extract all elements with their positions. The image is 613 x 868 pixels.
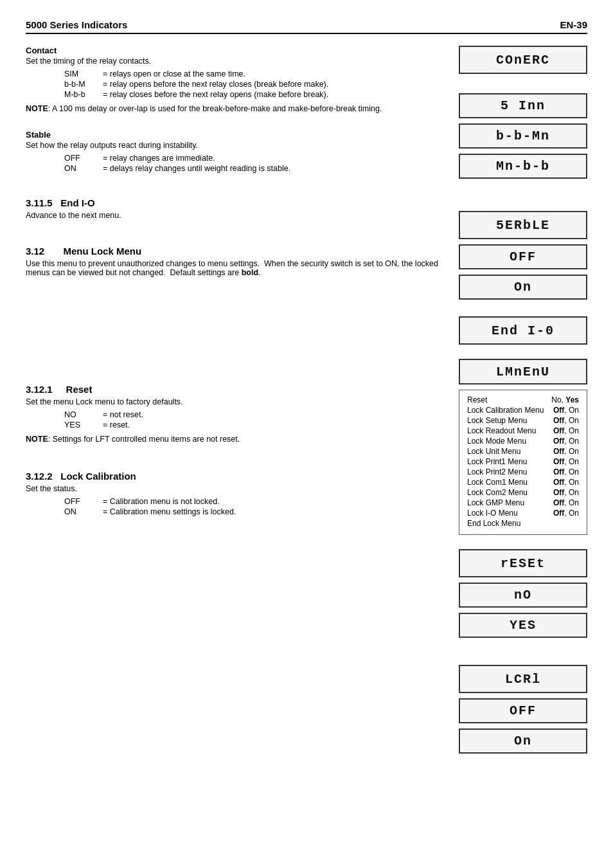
lcd-mbb: Mn-b-b [459,154,587,179]
menu-lock-table: Reset No, Yes Lock Calibration Menu Off,… [459,390,587,535]
menu-label-lockmode: Lock Mode Menu [467,437,553,446]
lcd-stable: 5ERbLE [459,211,587,239]
menu-row-lockio: Lock I-O Menu Off, On [467,509,579,518]
menu-val-lockprint2: Off, On [553,467,579,476]
lock-cal-heading: 3.12.2 Lock Calibration [26,471,446,482]
reset-heading: 3.12.1 Reset [26,384,446,395]
menu-row-lockprint2: Lock Print2 Menu Off, On [467,467,579,476]
lcal-on-row: ON = Calibration menu settings is locked… [64,507,446,516]
menu-label-lockprint1: Lock Print1 Menu [467,457,553,466]
sim-text: = relays open or close at the same time. [103,69,245,78]
contact-lcd-section: COnERC [459,46,587,77]
menu-row-locksetup: Lock Setup Menu Off, On [467,416,579,425]
lcd-stable-text: 5ERbLE [496,218,550,233]
lcd-contact-text: COnERC [496,53,550,68]
bbm-label: b-b-M [64,80,96,89]
contact-note: NOTE: A 100 ms delay or over-lap is used… [26,104,446,113]
main-content: Contact Set the timing of the relay cont… [26,46,587,756]
lcd-mbb-text: Mn-b-b [496,159,550,174]
menu-label-lockreadout: Lock Readout Menu [467,426,553,435]
menu-val-lockreadout: Off, On [553,426,579,435]
lock-cal-num: 3.12.2 [26,471,53,482]
right-column: COnERC 5 Inn b-b-Mn Mn-b-b 5ERbLE OFF On [459,46,587,756]
menu-lock-num: 3.12 [26,246,44,257]
lcd-reset: rESEt [459,549,587,577]
lcd-lcal-text: LCRl [505,672,541,687]
menu-row-lockprint1: Lock Print1 Menu Off, On [467,457,579,466]
lcd-lcal-on-text: On [514,734,532,748]
note-label: NOTE: A 100 ms delay or over-lap is used… [26,104,382,113]
doc-title: 5000 Series Indicators [26,19,127,30]
menu-label-locksetup: Lock Setup Menu [467,416,553,425]
page-number: EN-39 [560,19,587,30]
lcal-off-text: = Calibration menu is not locked. [103,497,220,506]
contact-options: SIM = relays open or close at the same t… [64,69,446,99]
stable-off-label: OFF [64,154,96,163]
lcal-on-label: ON [64,507,96,516]
lock-cal-title: Lock Calibration [60,471,136,482]
lcal-on-text: = Calibration menu settings is locked. [103,507,236,516]
lcd-reset-text: rESEt [501,556,546,571]
stable-off-text: = relay changes are immediate. [103,154,215,163]
contact-title: Contact [26,46,446,55]
lcd-lcal-off: OFF [459,698,587,723]
reset-title: Reset [66,384,93,395]
lcal-off-row: OFF = Calibration menu is not locked. [64,497,446,506]
menu-row-lockreadout: Lock Readout Menu Off, On [467,426,579,435]
reset-options: NO = not reset. YES = reset. [64,410,446,429]
bbm-text: = relay opens before the next relay clos… [103,80,328,89]
menu-label-lockcom1: Lock Com1 Menu [467,478,553,487]
lcd-end-io: End I-0 [459,316,587,345]
end-io-num: 3.11.5 [26,197,53,208]
menu-val-lockio: Off, On [553,509,579,518]
lcd-reset-yes-text: YES [510,618,537,633]
reset-note: NOTE: Settings for LFT controlled menu i… [26,435,446,444]
sim-row: SIM = relays open or close at the same t… [64,69,446,78]
menu-label-endlock: End Lock Menu [467,519,579,528]
menu-val-lockunit: Off, On [553,447,579,456]
menu-row-lockunit: Lock Unit Menu Off, On [467,447,579,456]
menu-label-lockio: Lock I-O Menu [467,509,553,518]
lcd-stable-off-text: OFF [510,249,537,264]
menu-val-lockgmp: Off, On [553,498,579,507]
stable-options: OFF = relay changes are immediate. ON = … [64,154,446,173]
menu-lock-heading: 3.12 Menu Lock Menu [26,246,446,257]
lcd-reset-yes: YES [459,613,587,638]
end-io-title: End I-O [60,197,94,208]
menu-val-lockcom2: Off, On [553,488,579,497]
menu-row-lockgmp: Lock GMP Menu Off, On [467,498,579,507]
reset-yes-text: = reset. [103,420,130,429]
menu-label-lockcom2: Lock Com2 Menu [467,488,553,497]
lcd-reset-no-text: nO [514,588,532,602]
lcd-bbm-text: b-b-Mn [496,129,550,143]
stable-title: Stable [26,130,446,140]
reset-no-row: NO = not reset. [64,410,446,419]
menu-label-lockprint2: Lock Print2 Menu [467,467,553,476]
stable-on-label: ON [64,164,96,173]
left-column: Contact Set the timing of the relay cont… [26,46,459,756]
lcd-bbm: b-b-Mn [459,123,587,149]
menu-label-lockgmp: Lock GMP Menu [467,498,553,507]
lcd-sim-text: 5 Inn [501,98,546,113]
menu-val-reset: No, Yes [551,395,579,404]
end-io-heading: 3.11.5 End I-O [26,197,446,208]
reset-no-text: = not reset. [103,410,143,419]
menu-row-lockmode: Lock Mode Menu Off, On [467,437,579,446]
lock-cal-options: OFF = Calibration menu is not locked. ON… [64,497,446,516]
lcd-lcal-off-text: OFF [510,703,537,718]
menu-lock-description: Use this menu to prevent unauthorized ch… [26,259,446,277]
lcd-sim: 5 Inn [459,93,587,118]
mbb-text: = relay closes before the next relay ope… [103,90,328,99]
menu-label-lockunit: Lock Unit Menu [467,447,553,456]
menu-val-lockprint1: Off, On [553,457,579,466]
menu-label-reset: Reset [467,395,551,404]
menu-row-endlock: End Lock Menu [467,519,579,528]
reset-description: Set the menu Lock menu to factory defaul… [26,397,446,406]
stable-description: Set how the relay outputs react during i… [26,141,446,150]
lcal-off-label: OFF [64,497,96,506]
menu-label-lockcal: Lock Calibration Menu [467,406,553,415]
end-io-description: Advance to the next menu. [26,211,446,220]
menu-val-locksetup: Off, On [553,416,579,425]
stable-on-row: ON = delays relay changes until weight r… [64,164,446,173]
lcd-lcal: LCRl [459,665,587,693]
